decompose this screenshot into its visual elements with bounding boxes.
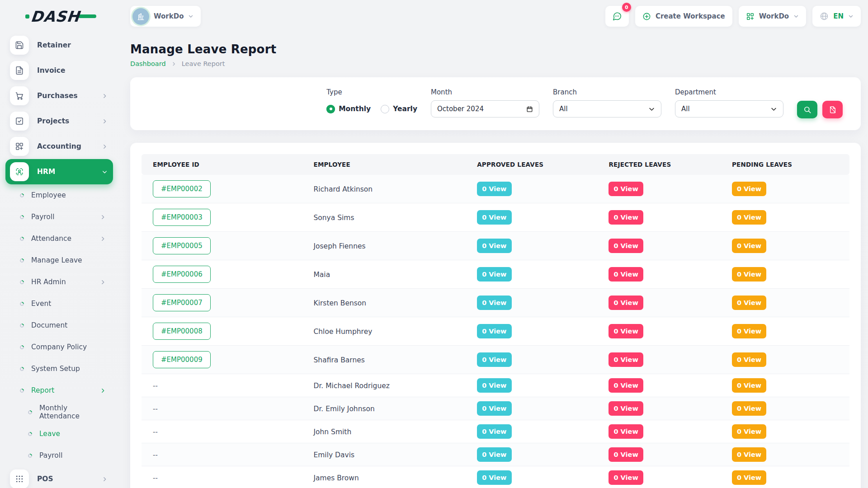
sidebar-item-payroll[interactable]: Payroll [5, 445, 113, 466]
sidebar-item-label: POS [37, 475, 53, 483]
radio-selected-icon[interactable] [326, 105, 335, 113]
pending-leaves-view-button[interactable]: 0 View [732, 296, 766, 310]
employee-id-badge[interactable]: #EMP00007 [153, 294, 211, 311]
reset-filter-button[interactable] [822, 101, 843, 118]
language-selector[interactable]: EN [812, 6, 861, 27]
approved-leaves-view-button[interactable]: 0 View [477, 210, 511, 225]
sidebar-item-invoice[interactable]: Invoice [5, 58, 113, 83]
approved-leaves-view-button[interactable]: 0 View [477, 296, 511, 310]
rejected-leaves-view-button[interactable]: 0 View [609, 182, 643, 196]
breadcrumb-current: Leave Report [182, 60, 225, 67]
chevron-down-icon [188, 14, 193, 19]
approved-leaves-view-button[interactable]: 0 View [477, 378, 511, 393]
sidebar-item-label: Report [31, 386, 54, 394]
month-input[interactable]: October 2024 [431, 100, 539, 117]
pending-leaves-view-button[interactable]: 0 View [732, 424, 766, 439]
employee-name: James Brown [313, 474, 359, 482]
department-select[interactable]: All [675, 100, 783, 117]
sidebar-item-pos[interactable]: POS [5, 466, 113, 488]
workspace-selector[interactable]: WorkDo [130, 6, 201, 27]
rejected-leaves-view-button[interactable]: 0 View [609, 447, 643, 462]
chevron-right-icon [102, 476, 108, 482]
pending-leaves-view-button[interactable]: 0 View [732, 447, 766, 462]
rejected-leaves-view-button[interactable]: 0 View [609, 470, 643, 485]
approved-leaves-view-button[interactable]: 0 View [477, 182, 511, 196]
sidebar-item-document[interactable]: Document [5, 314, 113, 336]
chevron-right-icon [100, 236, 106, 242]
pending-leaves-view-button[interactable]: 0 View [732, 378, 766, 393]
sidebar-item-event[interactable]: Event [5, 293, 113, 314]
pending-leaves-view-button[interactable]: 0 View [732, 352, 766, 367]
sidebar-item-system-setup[interactable]: System Setup [5, 358, 113, 380]
pending-leaves-view-button[interactable]: 0 View [732, 470, 766, 485]
calendar-icon[interactable] [526, 106, 533, 113]
breadcrumb: Dashboard Leave Report [130, 60, 861, 67]
employee-id-badge[interactable]: #EMP00006 [153, 266, 211, 283]
sidebar-item-monthly-attendance[interactable]: Monthly Attendance [5, 401, 113, 423]
approved-leaves-view-button[interactable]: 0 View [477, 447, 511, 462]
table-row: #EMP00005Joseph Fiennes0 View0 View0 Vie… [142, 232, 849, 260]
rejected-leaves-view-button[interactable]: 0 View [609, 239, 643, 253]
employee-id-badge[interactable]: #EMP00002 [153, 180, 211, 197]
rejected-leaves-view-button[interactable]: 0 View [609, 324, 643, 338]
pending-leaves-view-button[interactable]: 0 View [732, 267, 766, 282]
sidebar-item-manage-leave[interactable]: Manage Leave [5, 249, 113, 271]
app-logo[interactable]: DASH [5, 0, 113, 33]
pending-leaves-view-button[interactable]: 0 View [732, 324, 766, 338]
create-workspace-button[interactable]: Create Workspace [635, 6, 732, 27]
rejected-leaves-view-button[interactable]: 0 View [609, 267, 643, 282]
sidebar-item-hrm[interactable]: HRM [5, 159, 113, 184]
messages-button[interactable]: 0 [605, 6, 629, 27]
approved-leaves-view-button[interactable]: 0 View [477, 324, 511, 338]
leave-report-table: EMPLOYEE ID EMPLOYEE APPROVED LEAVES REJ… [142, 154, 849, 488]
approved-leaves-view-button[interactable]: 0 View [477, 424, 511, 439]
rejected-leaves-view-button[interactable]: 0 View [609, 210, 643, 225]
sidebar: DASH RetainerInvoicePurchasesProjectsAcc… [0, 0, 118, 488]
employee-id-badge[interactable]: #EMP00008 [153, 323, 211, 340]
radio-unselected-icon[interactable] [381, 105, 389, 113]
pending-leaves-view-button[interactable]: 0 View [732, 210, 766, 225]
branch-select[interactable]: All [553, 100, 661, 117]
employee-id-badge[interactable]: #EMP00003 [153, 209, 211, 226]
sidebar-item-label: System Setup [31, 365, 80, 373]
sidebar-item-payroll[interactable]: Payroll [5, 206, 113, 228]
rejected-leaves-view-button[interactable]: 0 View [609, 424, 643, 439]
employee-name: Sonya Sims [313, 214, 354, 222]
sidebar-item-label: Payroll [31, 213, 54, 221]
approved-leaves-view-button[interactable]: 0 View [477, 470, 511, 485]
sidebar-item-label: HRM [37, 168, 55, 176]
rejected-leaves-view-button[interactable]: 0 View [609, 352, 643, 367]
approved-leaves-view-button[interactable]: 0 View [477, 239, 511, 253]
chevron-right-icon [100, 214, 106, 220]
approved-leaves-view-button[interactable]: 0 View [477, 267, 511, 282]
sidebar-item-label: Company Policy [31, 343, 87, 351]
sidebar-item-retainer[interactable]: Retainer [5, 33, 113, 58]
rejected-leaves-view-button[interactable]: 0 View [609, 378, 643, 393]
bullet-icon [19, 344, 25, 350]
radio-monthly[interactable]: Monthly [326, 105, 371, 113]
pending-leaves-view-button[interactable]: 0 View [732, 401, 766, 416]
sidebar-item-leave[interactable]: Leave [5, 423, 113, 445]
sidebar-item-employee[interactable]: Employee [5, 184, 113, 206]
sidebar-item-accounting[interactable]: Accounting [5, 134, 113, 159]
radio-monthly-label: Monthly [339, 105, 371, 113]
search-button[interactable] [797, 101, 817, 118]
approved-leaves-view-button[interactable]: 0 View [477, 352, 511, 367]
sidebar-item-hr-admin[interactable]: HR Admin [5, 271, 113, 293]
sidebar-item-projects[interactable]: Projects [5, 108, 113, 134]
approved-leaves-view-button[interactable]: 0 View [477, 401, 511, 416]
pending-leaves-view-button[interactable]: 0 View [732, 182, 766, 196]
breadcrumb-dashboard-link[interactable]: Dashboard [130, 60, 166, 67]
employee-id-badge[interactable]: #EMP00005 [153, 237, 211, 254]
radio-yearly[interactable]: Yearly [381, 105, 417, 113]
sidebar-item-report[interactable]: Report [5, 380, 113, 401]
sidebar-item-attendance[interactable]: Attendance [5, 228, 113, 249]
employee-id-badge[interactable]: #EMP00009 [153, 351, 211, 368]
sidebar-item-company-policy[interactable]: Company Policy [5, 336, 113, 358]
pending-leaves-view-button[interactable]: 0 View [732, 239, 766, 253]
workdo-menu-button[interactable]: WorkDo [739, 6, 806, 27]
sidebar-item-purchases[interactable]: Purchases [5, 83, 113, 108]
rejected-leaves-view-button[interactable]: 0 View [609, 296, 643, 310]
month-filter-group: Month October 2024 [431, 88, 539, 117]
rejected-leaves-view-button[interactable]: 0 View [609, 401, 643, 416]
